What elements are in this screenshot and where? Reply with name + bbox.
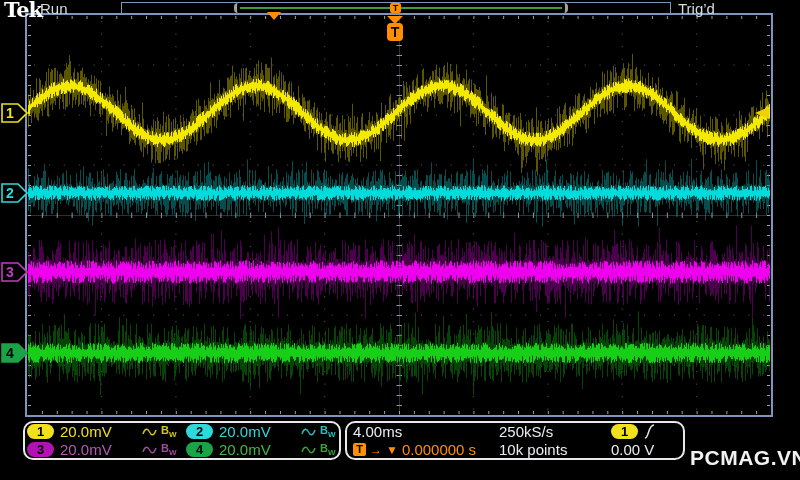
bandwidth-limit-icon: BW bbox=[320, 442, 336, 457]
channel-2-readout[interactable]: 2 bbox=[186, 423, 219, 440]
channel-3-marker[interactable]: 3 bbox=[1, 262, 28, 282]
bandwidth-limit-icon: BW bbox=[161, 424, 177, 439]
sample-rate: 250kS/s bbox=[499, 423, 611, 440]
ac-coupling-icon bbox=[142, 425, 157, 439]
channel-3-badge: 3 bbox=[27, 442, 54, 457]
record-trigger-marker[interactable]: T bbox=[390, 3, 401, 13]
trigger-source-readout[interactable]: 1 bbox=[611, 423, 677, 440]
channel-1-coupling: BW bbox=[142, 423, 186, 440]
channel-1-scale: 20.0mV bbox=[60, 423, 142, 440]
trigger-level-arrow-icon[interactable] bbox=[750, 103, 770, 123]
horizontal-scale[interactable]: 4.00ms bbox=[353, 423, 499, 440]
tek-logo: Tek bbox=[4, 0, 42, 22]
bandwidth-limit-icon: BW bbox=[161, 442, 177, 457]
pcmag-watermark: PCMAG.VN bbox=[690, 446, 800, 470]
channel-3-scale: 20.0mV bbox=[60, 441, 142, 458]
svg-text:1: 1 bbox=[6, 105, 14, 121]
rising-slope-icon bbox=[642, 423, 657, 440]
arrow-right-icon: → bbox=[370, 443, 382, 457]
ac-coupling-icon bbox=[142, 443, 157, 457]
trigger-position-readout[interactable]: T→▼0.000000 s bbox=[353, 441, 499, 458]
channel-2-coupling: BW bbox=[301, 423, 343, 440]
channel-2-marker[interactable]: 2 bbox=[1, 183, 28, 203]
record-view-window[interactable] bbox=[234, 3, 568, 13]
channel-3-readout[interactable]: 3 bbox=[27, 441, 60, 458]
arrow-down-icon: ▼ bbox=[386, 443, 398, 457]
horizontal-trigger-readout-box: 4.00ms 250kS/s 1 T→▼0.000000 s 10k point… bbox=[345, 421, 685, 460]
trigger-position-badge: T bbox=[387, 23, 403, 41]
ac-coupling-icon bbox=[301, 425, 316, 439]
trigger-level-readout[interactable]: 0.00 V bbox=[611, 441, 677, 458]
channel-4-marker[interactable]: 4 bbox=[1, 343, 28, 363]
channel-4-coupling: BW bbox=[301, 441, 343, 458]
channel-4-scale: 20.0mV bbox=[219, 441, 301, 458]
trigger-position-marker[interactable]: T bbox=[387, 16, 403, 41]
channel-4-readout[interactable]: 4 bbox=[186, 441, 219, 458]
channel-1-badge: 1 bbox=[27, 424, 54, 439]
record-length: 10k points bbox=[499, 441, 611, 458]
channel-1-readout[interactable]: 1 bbox=[27, 423, 60, 440]
channel-readout-box: 1 20.0mV BW 2 20.0mV BW 3 20.0mV bbox=[23, 421, 341, 460]
bandwidth-limit-icon: BW bbox=[320, 424, 336, 439]
svg-text:3: 3 bbox=[6, 264, 14, 280]
record-trigger-arrow-icon bbox=[267, 12, 281, 20]
channel-2-scale: 20.0mV bbox=[219, 423, 301, 440]
channel-4-badge: 4 bbox=[186, 442, 213, 457]
channel-1-marker[interactable]: 1 bbox=[1, 103, 28, 123]
channel-3-coupling: BW bbox=[142, 441, 186, 458]
channel-2-badge: 2 bbox=[186, 424, 213, 439]
trigger-t-icon: T bbox=[353, 443, 366, 456]
acquisition-status: Run bbox=[40, 0, 68, 17]
svg-text:4: 4 bbox=[6, 345, 14, 361]
record-view-waveform bbox=[240, 7, 562, 9]
ac-coupling-icon bbox=[301, 443, 316, 457]
oscilloscope-screen: Tek Run T Trig’d T 1 2 3 4 1 20. bbox=[0, 0, 800, 480]
svg-text:2: 2 bbox=[6, 185, 14, 201]
record-view-bar[interactable]: T bbox=[121, 2, 671, 14]
trigger-status: Trig’d bbox=[678, 0, 715, 17]
trigger-source-badge: 1 bbox=[611, 424, 638, 439]
waveform-graticule-canvas bbox=[0, 0, 800, 480]
